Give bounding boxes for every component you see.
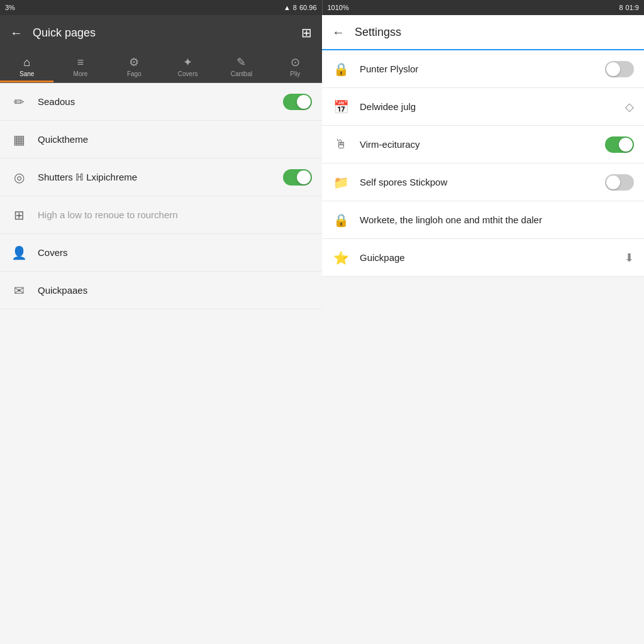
- tab-covers-icon: ✦: [183, 55, 192, 69]
- list-item-high-low[interactable]: ⊞ High a low to renoue to rourchern: [0, 196, 322, 234]
- self-spores-icon: 📁: [332, 175, 350, 190]
- settings-back-button[interactable]: ←: [332, 25, 345, 40]
- settings-item-self-spores[interactable]: 📁 Self spores Stickpow: [322, 164, 644, 201]
- virm-icon: 🖱: [332, 137, 350, 152]
- left-panel: ← Quick pages ⊞ ⌂ Sane ≡ More ⚙ Fago ✦ C…: [0, 15, 322, 644]
- tab-fago[interactable]: ⚙ Fago: [108, 50, 161, 82]
- right-notification-badge: 8: [619, 4, 623, 11]
- self-spores-toggle[interactable]: [605, 174, 634, 191]
- punter-text: Punter Plyslor: [360, 64, 595, 74]
- guickpage-label: Guickpage: [360, 252, 614, 263]
- quicktheme-icon: ▦: [10, 132, 28, 147]
- list-item-shutters[interactable]: ◎ Shutters ℍ Lxipichreme: [0, 158, 322, 196]
- guickpage-download-icon[interactable]: ⬇: [625, 251, 634, 265]
- delwidee-label: Delwidee julg: [360, 101, 615, 112]
- punter-label: Punter Plyslor: [360, 64, 595, 74]
- delwidee-icon: 📅: [332, 99, 350, 114]
- tab-sane[interactable]: ⌂ Sane: [0, 50, 53, 82]
- quickpages-icon: ✉: [10, 283, 28, 298]
- workete-text: Workete, the lingloh one and mthit the d…: [360, 214, 634, 225]
- tab-cantbal-icon: ✎: [236, 55, 246, 69]
- status-bar-right: 1010% 8 01:9: [322, 0, 645, 15]
- settings-item-workete: 🔒 Workete, the lingloh one and mthit the…: [322, 201, 644, 239]
- tab-more-label: More: [74, 70, 88, 77]
- tab-more[interactable]: ≡ More: [53, 50, 107, 82]
- left-back-button[interactable]: ←: [10, 26, 23, 40]
- seadous-icon: ✏: [10, 94, 28, 109]
- virm-label: Virm-ecituracy: [360, 139, 595, 150]
- tab-sane-icon: ⌂: [23, 56, 30, 69]
- delwidee-text: Delwidee julg: [360, 101, 615, 112]
- tab-pliy-label: Pliy: [290, 70, 300, 77]
- sim-icon: ▲: [284, 4, 291, 11]
- list-item-seadous[interactable]: ✏ Seadous: [0, 83, 322, 121]
- seadous-toggle-knob: [297, 95, 311, 109]
- settings-item-guickpage[interactable]: ⭐ Guickpage ⬇: [322, 239, 644, 277]
- left-title: Quick pages: [33, 26, 291, 40]
- right-status-icons: 8 01:9: [619, 4, 639, 11]
- punter-toggle-knob: [606, 62, 620, 76]
- left-tab-bar: ⌂ Sane ≡ More ⚙ Fago ✦ Covers ✎ Cantbal …: [0, 50, 322, 83]
- status-row: 3% ▲ 8 60.96 1010% 8 01:9: [0, 0, 644, 15]
- shutters-label: Shutters ℍ Lxipichreme: [38, 172, 273, 183]
- self-spores-label: Self spores Stickpow: [360, 177, 595, 187]
- virm-text: Virm-ecituracy: [360, 139, 595, 150]
- settings-item-punter[interactable]: 🔒 Punter Plyslor: [322, 50, 644, 88]
- settings-title: Settingss: [355, 26, 401, 39]
- left-status-info: 3%: [5, 4, 15, 11]
- seadous-toggle[interactable]: [283, 94, 312, 110]
- settings-item-virm[interactable]: 🖱 Virm-ecituracy: [322, 126, 644, 164]
- list-item-quicktheme[interactable]: ▦ Quicktheme: [0, 121, 322, 158]
- left-list: ✏ Seadous ▦ Quicktheme ◎ Shutters ℍ Lxip…: [0, 83, 322, 644]
- workete-icon: 🔒: [332, 213, 350, 228]
- covers-label: Covers: [38, 247, 312, 258]
- shutters-toggle-knob: [297, 170, 311, 184]
- covers-icon: 👤: [10, 245, 28, 260]
- punter-toggle[interactable]: [605, 61, 634, 77]
- right-panel: ← Settingss 🔒 Punter Plyslor 📅 Delwidee …: [322, 15, 644, 644]
- tab-sane-label: Sane: [19, 70, 34, 77]
- self-spores-toggle-knob: [606, 175, 620, 189]
- virm-toggle-knob: [619, 138, 633, 152]
- left-menu-button[interactable]: ⊞: [301, 25, 312, 40]
- guickpage-text: Guickpage: [360, 252, 614, 263]
- seadous-label: Seadous: [38, 96, 273, 107]
- tab-pliy-icon: ⊙: [291, 55, 300, 69]
- notification-badge: 8: [293, 4, 297, 11]
- quicktheme-label: Quicktheme: [38, 134, 312, 145]
- virm-toggle[interactable]: [605, 136, 634, 153]
- battery-level: 60.96: [299, 4, 317, 11]
- delwidee-action-icon: ◇: [625, 100, 634, 114]
- status-bar-left: 3% ▲ 8 60.96: [0, 0, 322, 15]
- tab-covers[interactable]: ✦ Covers: [161, 50, 214, 82]
- shutters-toggle[interactable]: [283, 169, 312, 186]
- list-item-quickpages[interactable]: ✉ Quickpaaes: [0, 272, 322, 309]
- self-spores-text: Self spores Stickpow: [360, 177, 595, 187]
- right-status-info: 1010%: [328, 4, 349, 11]
- tab-more-icon: ≡: [77, 56, 84, 69]
- tab-cantbal[interactable]: ✎ Cantbal: [214, 50, 268, 82]
- shutters-icon: ◎: [10, 170, 28, 185]
- tab-fago-icon: ⚙: [129, 55, 139, 69]
- tab-cantbal-label: Cantbal: [231, 70, 252, 77]
- tab-fago-label: Fago: [127, 70, 142, 77]
- left-status-icons: ▲ 8 60.96: [284, 4, 317, 11]
- list-item-covers[interactable]: 👤 Covers: [0, 234, 322, 272]
- tab-pliy[interactable]: ⊙ Pliy: [269, 50, 322, 82]
- tab-covers-label: Covers: [178, 70, 198, 77]
- punter-icon: 🔒: [332, 62, 350, 77]
- main-area: ← Quick pages ⊞ ⌂ Sane ≡ More ⚙ Fago ✦ C…: [0, 15, 644, 644]
- settings-item-delwidee[interactable]: 📅 Delwidee julg ◇: [322, 88, 644, 126]
- high-low-icon: ⊞: [10, 208, 28, 223]
- right-battery-level: 01:9: [626, 4, 639, 11]
- workete-label: Workete, the lingloh one and mthit the d…: [360, 214, 634, 225]
- settings-appbar: ← Settingss: [322, 15, 644, 50]
- quickpages-label: Quickpaaes: [38, 285, 312, 296]
- settings-list: 🔒 Punter Plyslor 📅 Delwidee julg ◇ 🖱 Vi: [322, 50, 644, 644]
- left-appbar: ← Quick pages ⊞: [0, 15, 322, 50]
- high-low-label: High a low to renoue to rourchern: [38, 209, 312, 220]
- guickpage-icon: ⭐: [332, 250, 350, 265]
